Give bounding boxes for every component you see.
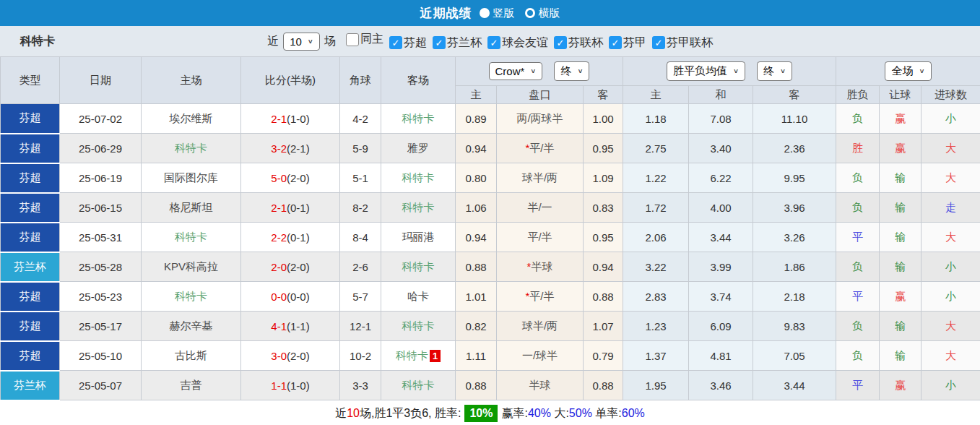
league-checkbox[interactable]: ✓芬甲联杯 <box>652 35 713 51</box>
home-team-cell: 赫尔辛基 <box>142 312 241 341</box>
type-cell: 芬超 <box>1 312 60 341</box>
date-cell: 25-05-28 <box>60 252 142 282</box>
league-checkbox[interactable]: ✓芬甲 <box>609 35 646 51</box>
subheader-odds-away: 客 <box>584 86 623 104</box>
handicap-cell: 平/半 <box>497 223 584 252</box>
result-wdl-text: 平 <box>852 290 863 302</box>
odds-home-cell: 0.88 <box>456 371 497 400</box>
checkbox-checked-icon[interactable]: ✓ <box>389 36 402 49</box>
result-wdl-cell: 负 <box>836 163 880 193</box>
fulltime-score: 5-0 <box>271 172 287 184</box>
rounds-select[interactable]: 10 ∨ <box>283 33 320 51</box>
home-team-cell: 科特卡 <box>142 134 241 163</box>
subheader-avg-draw: 和 <box>689 86 753 104</box>
halftime-score: (0-0) <box>287 291 310 303</box>
league-checkbox[interactable]: ✓芬兰杯 <box>433 35 482 51</box>
summary-text-segment: 场,胜1平3负6, 胜率: <box>360 406 461 421</box>
corners-cell: 5-1 <box>340 163 381 193</box>
league-checkbox-label: 芬兰杯 <box>447 35 482 51</box>
score-cell: 0-0(0-0) <box>241 282 340 312</box>
result-handicap-cell: 输 <box>880 163 922 193</box>
home-team-cell: 科特卡 <box>142 223 241 252</box>
checkbox-checked-icon[interactable]: ✓ <box>433 36 446 49</box>
avg-draw-cell: 3.99 <box>689 252 753 282</box>
scope-select-value: 全场 <box>891 64 913 78</box>
near-label: 近 <box>267 34 279 49</box>
league-checkbox[interactable]: ✓芬超 <box>389 35 427 51</box>
odds-home-cell: 0.88 <box>456 252 497 282</box>
league-checkbox[interactable]: ✓芬联杯 <box>554 35 603 51</box>
results-table: 类型 日期 主场 比分(半场) 角球 客场 Crow* ∨ 终 ∨ <box>0 56 980 401</box>
avg-win-cell: 1.72 <box>623 193 689 223</box>
avg-draw-cell: 3.74 <box>689 282 753 312</box>
checkbox-checked-icon[interactable]: ✓ <box>652 36 665 49</box>
checkbox-checked-icon[interactable]: ✓ <box>487 36 500 49</box>
avg-draw-cell: 7.08 <box>689 104 753 134</box>
halftime-score: (1-1) <box>287 320 310 332</box>
results-table-body: 芬超25-07-02埃尔维斯2-1(1-0)4-2科特卡0.89两/两球半1.0… <box>1 104 980 400</box>
summary-bar: 近10场,胜1平3负6, 胜率:10%赢率:40% 大:50% 单率:60% <box>0 401 980 425</box>
col-header-type: 类型 <box>1 57 60 104</box>
result-goals-text: 小 <box>945 290 956 302</box>
avg-lose-cell: 1.86 <box>753 252 836 282</box>
odds-away-cell: 1.07 <box>584 312 623 341</box>
wdl-avg-select-value: 胜平负均值 <box>673 64 727 78</box>
odds-company-select[interactable]: Crow* ∨ <box>489 62 543 80</box>
avg-win-cell: 2.75 <box>623 134 689 163</box>
league-checkbox[interactable]: ✓球会友谊 <box>487 35 548 51</box>
handicap-text: 球半/两 <box>522 319 558 332</box>
handicap-cell: *平/半 <box>497 282 584 312</box>
radio-unselected-icon[interactable] <box>525 8 535 18</box>
table-row: 芬超25-06-19国际图尔库5-0(2-0)5-1科特卡0.80球半/两1.0… <box>1 163 980 193</box>
fulltime-score: 3-2 <box>271 142 287 155</box>
away-team-name: 科特卡 <box>402 260 435 272</box>
away-team-cell: 科特卡 <box>381 193 456 223</box>
result-wdl-text: 负 <box>852 349 863 361</box>
rank-badge: 1 <box>430 350 441 362</box>
radio-vertical-layout[interactable]: 竖版 <box>480 7 515 20</box>
home-team-name: KPV科高拉 <box>164 260 218 272</box>
odds-away-cell: 0.95 <box>584 134 623 163</box>
home-team-name: 格尼斯坦 <box>170 201 213 213</box>
summary-text-segment: 赢率: <box>501 406 527 421</box>
table-row: 芬兰杯25-05-28KPV科高拉2-0(2-0)2-6科特卡0.88*半球0.… <box>1 252 980 282</box>
checkbox-checked-icon[interactable]: ✓ <box>609 36 622 49</box>
subheader-avg-win: 主 <box>623 86 689 104</box>
away-team-cell: 哈卡 <box>381 282 456 312</box>
halftime-score: (0-1) <box>287 202 310 214</box>
result-goals-text: 小 <box>945 379 956 391</box>
result-wdl-text: 平 <box>852 231 863 243</box>
summary-text-segment: 近 <box>335 406 347 421</box>
avg-win-cell: 1.22 <box>623 163 689 193</box>
handicap-text: 平/半 <box>529 142 554 154</box>
avg-lose-cell: 2.18 <box>753 282 836 312</box>
handicap-text: 一/球半 <box>522 349 558 361</box>
odds-home-cell: 0.94 <box>456 223 497 252</box>
league-checkbox-label: 芬甲 <box>623 35 646 51</box>
fulltime-score: 2-1 <box>271 202 287 214</box>
result-wdl-cell: 负 <box>836 193 880 223</box>
wdl-state-select[interactable]: 终 ∨ <box>757 61 792 81</box>
result-goals-cell: 大 <box>922 223 980 252</box>
handicap-cell: 两/两球半 <box>497 104 584 134</box>
checkbox-unchecked-icon[interactable] <box>346 33 359 46</box>
wdl-avg-select[interactable]: 胜平负均值 ∨ <box>667 61 745 81</box>
league-checkbox[interactable]: 同主 <box>346 32 383 47</box>
away-team-name: 科特卡 <box>402 379 435 391</box>
radio-horizontal-layout[interactable]: 横版 <box>525 7 560 20</box>
league-checkbox-label: 芬甲联杯 <box>667 35 713 51</box>
fulltime-score: 1-1 <box>271 379 287 392</box>
radio-horizontal-label: 横版 <box>539 7 560 20</box>
score-cell: 1-1(1-0) <box>241 371 340 400</box>
result-handicap-cell: 输 <box>880 312 922 341</box>
result-goals-text: 大 <box>945 319 956 332</box>
radio-selected-icon[interactable] <box>480 8 490 18</box>
handicap-cell: 半/一 <box>497 193 584 223</box>
scope-select[interactable]: 全场 ∨ <box>885 61 931 81</box>
avg-lose-cell: 3.44 <box>753 371 836 400</box>
result-wdl-text: 负 <box>852 319 863 332</box>
result-wdl-cell: 负 <box>836 104 880 134</box>
odds-state-select[interactable]: 终 ∨ <box>554 61 589 81</box>
checkbox-checked-icon[interactable]: ✓ <box>554 36 567 49</box>
result-handicap-text: 输 <box>895 349 906 361</box>
